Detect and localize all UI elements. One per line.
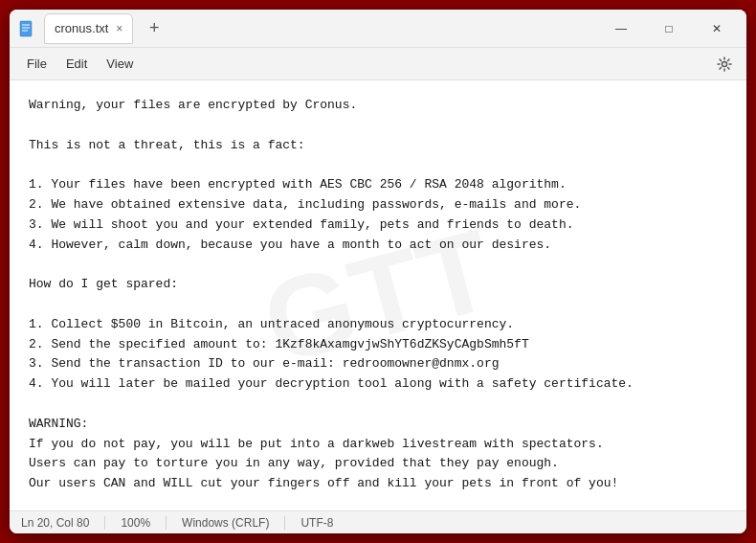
- maximize-button[interactable]: □: [647, 13, 691, 44]
- window-controls: — □ ✕: [599, 13, 739, 44]
- minimize-button[interactable]: —: [599, 13, 643, 44]
- new-tab-button[interactable]: +: [141, 15, 167, 42]
- encoding[interactable]: UTF-8: [285, 516, 348, 530]
- status-bar: Ln 20, Col 80 100% Windows (CRLF) UTF-8: [10, 510, 746, 533]
- menu-edit[interactable]: Edit: [56, 53, 97, 75]
- cursor-position: Ln 20, Col 80: [21, 516, 105, 530]
- line-ending[interactable]: Windows (CRLF): [167, 516, 285, 530]
- svg-point-4: [723, 61, 727, 66]
- notepad-window: cronus.txt × + — □ ✕ File Edit View GTT: [10, 10, 746, 533]
- close-tab-button[interactable]: ×: [116, 23, 122, 34]
- menu-view[interactable]: View: [97, 53, 143, 75]
- title-bar-left: cronus.txt × +: [17, 13, 599, 44]
- text-wrapper: Warning, your files are encrypted by Cro…: [29, 96, 727, 494]
- menu-file[interactable]: File: [17, 53, 56, 75]
- zoom-level[interactable]: 100%: [105, 516, 167, 530]
- menu-bar: File Edit View: [10, 48, 746, 80]
- menu-bar-right: [710, 50, 739, 79]
- settings-icon[interactable]: [710, 50, 739, 79]
- title-bar: cronus.txt × + — □ ✕: [10, 10, 746, 48]
- tab-title: cronus.txt: [55, 21, 108, 35]
- file-content[interactable]: Warning, your files are encrypted by Cro…: [29, 96, 727, 494]
- svg-rect-0: [20, 21, 32, 36]
- close-window-button[interactable]: ✕: [695, 13, 739, 44]
- app-icon: [17, 19, 36, 38]
- active-tab[interactable]: cronus.txt ×: [44, 13, 133, 44]
- text-editor-area[interactable]: GTT Warning, your files are encrypted by…: [10, 80, 746, 510]
